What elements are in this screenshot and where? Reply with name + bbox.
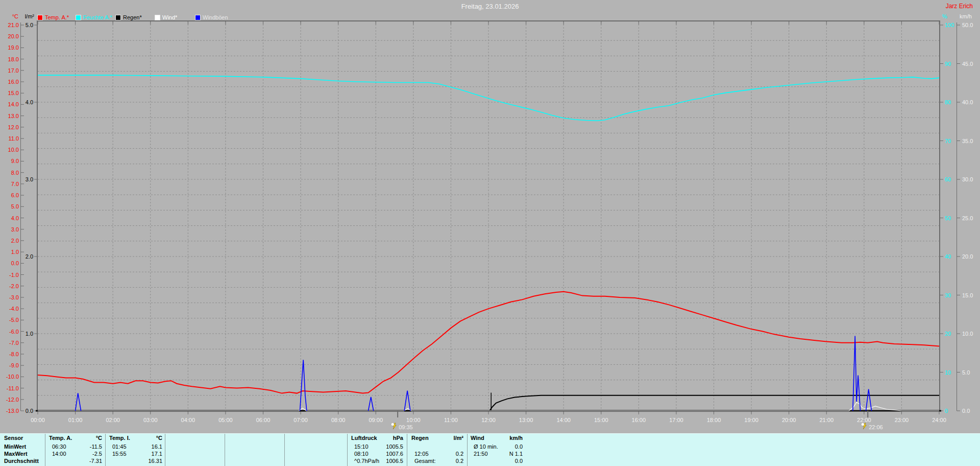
value-number: 1007.6 bbox=[351, 451, 403, 457]
axis-tick-label-hum: 80 bbox=[945, 99, 951, 105]
axis-tick-label-temp: 12.0 bbox=[8, 124, 19, 130]
axis-tick-label-hum: 10 bbox=[945, 369, 951, 376]
series-windb-en bbox=[404, 391, 410, 411]
x-axis-label: 22:00 bbox=[857, 417, 871, 423]
axis-tick-label-wind: 15.0 bbox=[962, 292, 973, 298]
row-label-sensor: Sensor bbox=[4, 435, 23, 441]
series-windb-en bbox=[369, 397, 374, 411]
table-column-separator bbox=[347, 434, 348, 466]
axis-tick-label-temp: 13.0 bbox=[8, 113, 19, 119]
axis-tick-label-temp: 18.0 bbox=[8, 56, 19, 62]
axis-tick-label-temp: -13.0 bbox=[6, 408, 19, 414]
sun-event-icon bbox=[391, 423, 396, 430]
axis-tick-label-temp: 4.0 bbox=[11, 215, 19, 221]
axis-tick-label-wind: 45.0 bbox=[962, 61, 973, 67]
x-axis-label: 15:00 bbox=[594, 417, 608, 423]
value-number: 1005.5 bbox=[351, 444, 403, 450]
axis-tick-label-temp: -4.0 bbox=[9, 306, 19, 312]
value-number: -7.31 bbox=[49, 458, 102, 464]
axis-tick-label-hum: 0 bbox=[945, 408, 948, 414]
weather-chart: 00:0001:0002:0003:0004:0005:0006:0007:00… bbox=[0, 0, 980, 433]
axis-tick-label-hum: 90 bbox=[945, 61, 951, 67]
x-axis-label: 06:00 bbox=[256, 417, 271, 423]
axis-tick-label-temp: -7.0 bbox=[9, 340, 19, 346]
axis-tick-label-temp: -12.0 bbox=[6, 397, 19, 403]
table-column-separator bbox=[284, 434, 285, 466]
x-axis-label: 19:00 bbox=[744, 417, 758, 423]
value-number: 16.1 bbox=[109, 444, 162, 450]
col-unit: °C bbox=[49, 435, 102, 441]
x-axis-label: 21:00 bbox=[819, 417, 834, 423]
axis-tick-label-temp: 21.0 bbox=[8, 22, 19, 28]
col-unit: l/m² bbox=[411, 435, 463, 441]
sun-event-icon bbox=[861, 423, 866, 430]
value-number: 17.1 bbox=[109, 451, 162, 457]
x-axis-label: 17:00 bbox=[669, 417, 683, 423]
row-label-maxwert: MaxWert bbox=[4, 451, 28, 457]
axis-tick-label-temp: -2.0 bbox=[9, 283, 19, 289]
table-column-separator bbox=[105, 434, 106, 466]
series-windb-en bbox=[853, 336, 861, 411]
axis-tick-label-hum: 30 bbox=[945, 292, 951, 298]
axis-tick-label-temp: 20.0 bbox=[8, 33, 19, 39]
col-unit: hPa bbox=[351, 435, 403, 441]
axis-tick-label-wind: 30.0 bbox=[962, 176, 973, 182]
x-axis-label: 01:00 bbox=[68, 417, 83, 423]
x-axis-label: 00:00 bbox=[31, 417, 45, 423]
value-number: 0.0 bbox=[471, 458, 523, 464]
axis-tick-label-temp: 5.0 bbox=[11, 203, 19, 209]
axis-tick-label-wind: 25.0 bbox=[962, 215, 973, 221]
value-number: N 1.1 bbox=[471, 451, 523, 457]
row-label-durchschnitt: Durchschnitt bbox=[4, 458, 39, 464]
axis-tick-label-temp: -11.0 bbox=[7, 385, 19, 391]
value-number: 1006.5 bbox=[351, 458, 403, 464]
axis-tick-label-wind: 10.0 bbox=[962, 331, 973, 337]
axis-tick-label-temp: 0.0 bbox=[11, 260, 19, 266]
x-axis-label: 08:00 bbox=[331, 417, 346, 423]
value-number: 0.0 bbox=[471, 444, 523, 450]
value-number: -2.5 bbox=[49, 451, 102, 457]
axis-tick-label-temp: 1.0 bbox=[11, 249, 19, 255]
axis-tick-label-rain: 1.0 bbox=[26, 331, 33, 337]
series-windb-en bbox=[76, 393, 81, 411]
series-wind bbox=[38, 402, 939, 411]
table-column-separator bbox=[407, 434, 407, 466]
axis-tick-label-temp: -3.0 bbox=[9, 294, 19, 300]
col-unit: km/h bbox=[471, 435, 523, 441]
axis-tick-label-rain: 0.0 bbox=[26, 408, 33, 414]
x-axis-label: 14:00 bbox=[556, 417, 571, 423]
axis-tick-label-temp: -8.0 bbox=[9, 351, 19, 357]
x-axis-label: 12:00 bbox=[481, 417, 496, 423]
x-axis-label: 04:00 bbox=[181, 417, 195, 423]
axis-tick-label-wind: 5.0 bbox=[962, 369, 970, 376]
axis-tick-label-temp: -9.0 bbox=[9, 362, 19, 368]
axis-tick-label-wind: 50.0 bbox=[962, 22, 973, 28]
axis-tick-label-rain: 5.0 bbox=[26, 22, 33, 28]
x-axis-label: 02:00 bbox=[106, 417, 120, 423]
x-axis-label: 10:00 bbox=[406, 417, 421, 423]
value-number: -11.5 bbox=[49, 444, 102, 450]
x-axis-label: 05:00 bbox=[218, 417, 233, 423]
axis-tick-label-temp: 10.0 bbox=[8, 147, 19, 153]
summary-panel: SensorMinWertMaxWertDurchschnittTemp. A.… bbox=[0, 433, 980, 466]
axis-tick-label-wind: 0.0 bbox=[962, 408, 970, 414]
series-windb-en bbox=[866, 389, 872, 411]
x-axis-label: 11:00 bbox=[444, 417, 458, 423]
axis-tick-label-temp: 8.0 bbox=[11, 170, 19, 176]
x-axis-label: 13:00 bbox=[519, 417, 533, 423]
x-axis-label: 16:00 bbox=[632, 417, 646, 423]
weather-app-window: Freitag, 23.01.2026 Jarz Erich °C l/m² %… bbox=[0, 0, 980, 466]
value-number: 16.31 bbox=[109, 458, 162, 464]
value-number: 0.2 bbox=[411, 458, 463, 464]
x-axis-label: 18:00 bbox=[707, 417, 721, 423]
table-column-separator bbox=[225, 434, 225, 466]
axis-tick-label-temp: 6.0 bbox=[11, 192, 19, 198]
x-axis-label: 09:00 bbox=[369, 417, 383, 423]
x-axis-label: 24:00 bbox=[932, 417, 946, 423]
axis-tick-label-temp: 7.0 bbox=[11, 181, 19, 187]
axis-tick-label-hum: 70 bbox=[945, 138, 951, 144]
axis-tick-label-wind: 20.0 bbox=[962, 253, 973, 260]
axis-tick-label-temp: -10.0 bbox=[6, 374, 19, 380]
axis-tick-label-temp: 17.0 bbox=[8, 67, 19, 74]
x-axis-label: 03:00 bbox=[143, 417, 158, 423]
